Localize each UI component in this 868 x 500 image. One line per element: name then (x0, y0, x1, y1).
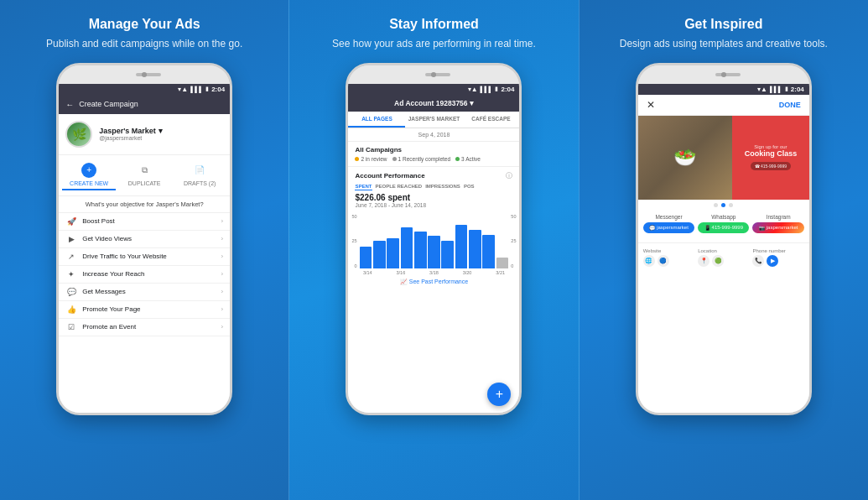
messenger-button[interactable]: 💬 jaspersmarket (643, 222, 694, 233)
bar-10 (482, 235, 495, 268)
promote-label: Promote Your Page (82, 305, 216, 313)
profile-section: 🌿 Jasper's Market ▾ @jaspersmarket (59, 114, 230, 155)
video-label: Get Video Views (82, 235, 216, 242)
dot-2[interactable] (721, 203, 725, 207)
y-axis-right: 50250 (511, 214, 516, 268)
event-label: Promote an Event (82, 323, 216, 331)
whatsapp-button[interactable]: 📱 415-999-9999 (698, 222, 749, 233)
chevron-right-icon-4: › (221, 270, 223, 278)
panel-left-title: Manage Your Ads (89, 17, 200, 32)
panel-left-subtitle: Publish and edit campaigns while on the … (46, 37, 242, 51)
spent-date: June 7, 2018 - June 14, 2018 (355, 202, 512, 208)
phone-top-bar-middle (348, 65, 519, 84)
website-field: Website 🌐 🔵 (643, 248, 694, 267)
menu-item-event[interactable]: ☑ Promote an Event › (59, 319, 230, 336)
chevron-right-icon-5: › (221, 288, 223, 295)
info-icon: ⓘ (506, 171, 512, 180)
bar-9 (469, 230, 481, 268)
phone-icon[interactable]: 📞 (752, 255, 764, 267)
menu-item-video[interactable]: ▶ Get Video Views › (59, 231, 230, 248)
website-icons: 🌐 🔵 (643, 255, 694, 267)
drafts-button[interactable]: 📄 DRAFTS (2) (173, 160, 226, 190)
instagram-button[interactable]: 📷 jaspersmarket (752, 222, 803, 233)
traffic-label: Drive Traffic to Your Website (82, 253, 216, 260)
stat-review: 2 in review (355, 156, 387, 162)
tab-jaspers-market[interactable]: JASPER'S MARKET (405, 112, 462, 128)
speaker-right (715, 73, 741, 76)
menu-item-traffic[interactable]: ↗ Drive Traffic to Your Website › (59, 248, 230, 266)
phone-icon-2[interactable]: ▶ (767, 255, 778, 267)
status-time-left: 2:04 (211, 86, 225, 93)
panel-middle-subtitle: See how your ads are performing in real … (332, 37, 536, 51)
food-emoji: 🥗 (673, 147, 696, 169)
duplicate-label: DUPLICATE (128, 180, 161, 186)
y-axis-left: 50250 (351, 214, 356, 268)
location-icon-2[interactable]: 🟢 (712, 255, 724, 267)
close-button[interactable]: ✕ (647, 99, 655, 111)
drafts-icon: 📄 (192, 163, 207, 178)
cooking-class-text: Cooking Class (745, 149, 798, 159)
back-icon[interactable]: ← (65, 100, 74, 109)
phone3-header: ✕ DONE (638, 95, 809, 116)
plus-icon: + (81, 163, 96, 178)
tab-cafe-escape[interactable]: CAFÉ ESCAPE (462, 112, 519, 128)
duplicate-button[interactable]: ⧉ DUPLICATE (117, 160, 171, 190)
website-icon-2[interactable]: 🔵 (657, 255, 669, 267)
boost-icon: 🚀 (65, 217, 77, 226)
speaker-left (136, 73, 161, 76)
panel-get-inspired: Get Inspired Design ads using templates … (580, 0, 868, 500)
social-section: Messenger 💬 jaspersmarket Whatsapp 📱 415… (638, 211, 809, 240)
menu-item-messages[interactable]: 💬 Get Messages › (59, 284, 230, 301)
location-icon[interactable]: 📍 (698, 255, 709, 267)
phone-right: ▾▲ ▌▌▌ ▮ 2:04 ✕ DONE 🥗 Sign up for our C… (636, 63, 812, 415)
panel-right-subtitle: Design ads using templates and creative … (620, 37, 828, 51)
ad-image-cta: Sign up for our Cooking Class ☎ 415-999-… (732, 116, 809, 200)
panel-manage-ads: Manage Your Ads Publish and edit campaig… (0, 0, 288, 500)
perf-tab-spent[interactable]: SPENT (355, 183, 372, 190)
instagram-value: jaspersmarket (767, 225, 798, 230)
dot-3 (729, 203, 733, 207)
perf-tabs: SPENT PEOPLE REACHED IMPRESSIONS POS (355, 183, 512, 190)
perf-tab-reached[interactable]: PEOPLE REACHED (376, 183, 423, 190)
campaign-title: All Campaigns (355, 146, 512, 154)
done-button[interactable]: DONE (779, 101, 801, 109)
signal-icon-m: ▌▌▌ (481, 86, 493, 92)
website-icon[interactable]: 🌐 (643, 255, 655, 267)
menu-item-promote-page[interactable]: 👍 Promote Your Page › (59, 301, 230, 319)
wifi-icon-r: ▾▲ (757, 86, 767, 93)
bottom-fields: Website 🌐 🔵 Location 📍 🟢 (638, 246, 809, 269)
stat-active: 3 Active (455, 156, 481, 162)
menu-item-reach[interactable]: ✦ Increase Your Reach › (59, 266, 230, 284)
bar-4 (401, 227, 413, 268)
phone-screen-right: ✕ DONE 🥗 Sign up for our Cooking Class ☎… (638, 95, 809, 413)
campaign-stats: 2 in review 1 Recently completed 3 Activ… (355, 156, 512, 162)
see-past-button[interactable]: 📈 See Past Performance (348, 275, 519, 289)
boost-label: Boost Post (82, 217, 216, 225)
bar-3 (387, 238, 399, 268)
create-new-button[interactable]: + CREATE NEW (62, 160, 116, 190)
signal-icon: ▌▌▌ (190, 86, 203, 92)
ad-image: 🥗 Sign up for our Cooking Class ☎ 415-99… (638, 116, 809, 200)
bar-8 (455, 225, 468, 268)
phone1-header: ← Create Campaign (59, 95, 230, 114)
phone-top-bar-left (59, 65, 230, 84)
whatsapp-item: Whatsapp 📱 415-999-9999 (698, 214, 749, 233)
phone-top-bar-right (638, 65, 809, 84)
messenger-label: Messenger (643, 214, 694, 220)
phone2-header: Ad Account 19283756 ▾ (348, 95, 519, 112)
graph-icon: 📈 (400, 279, 408, 284)
messages-icon: 💬 (65, 288, 77, 296)
create-campaign-title: Create Campaign (79, 100, 138, 108)
perf-tab-pos[interactable]: POS (464, 183, 475, 190)
chevron-right-icon-6: › (221, 305, 223, 313)
status-bar-middle: ▾▲ ▌▌▌ ▮ 2:04 (348, 84, 519, 95)
tab-all-pages[interactable]: ALL PAGES (348, 112, 405, 128)
avatar: 🌿 (65, 121, 92, 148)
phone-screen-left: ← Create Campaign 🌿 Jasper's Market ▾ @j… (59, 95, 230, 413)
instagram-label: Instagram (752, 214, 803, 220)
wifi-icon-m: ▾▲ (468, 86, 478, 93)
status-bar-left: ▾▲ ▌▌▌ ▮ 2:04 (59, 84, 230, 95)
perf-tab-impressions[interactable]: IMPRESSIONS (425, 183, 460, 190)
bar-5 (414, 232, 427, 268)
menu-item-boost[interactable]: 🚀 Boost Post › (59, 213, 230, 231)
